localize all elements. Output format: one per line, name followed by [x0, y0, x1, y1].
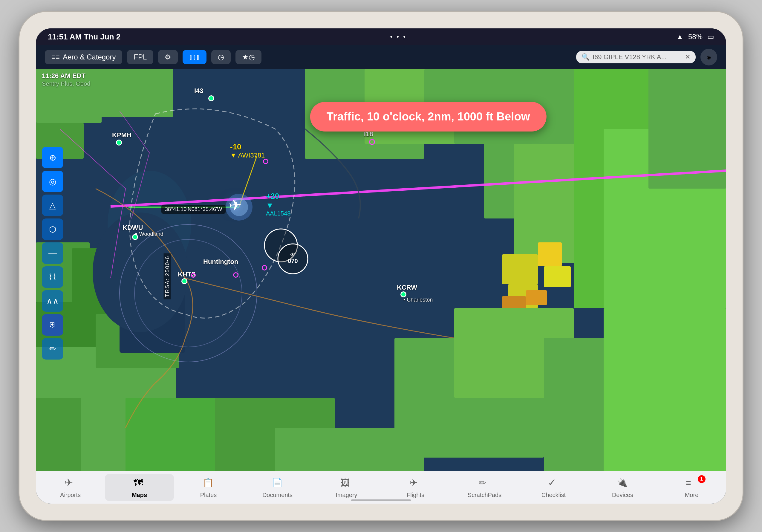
airports-icon: ✈ [64, 476, 77, 490]
shield-tool[interactable]: ⛨ [42, 314, 63, 336]
tab-scratchpads[interactable]: ✏ ScratchPads [450, 474, 519, 501]
search-text: I69 GIPLE V128 YRK A... [592, 53, 682, 61]
own-aircraft: ✈ [228, 195, 242, 215]
svg-text:✏: ✏ [479, 478, 486, 487]
divider-tool[interactable]: — [42, 242, 63, 264]
gps-ring-tool[interactable]: ◎ [42, 171, 63, 192]
svg-rect-23 [544, 266, 571, 287]
gps-ring-icon: ◎ [49, 177, 56, 187]
waypoint-circle-label: 👁 070 [275, 241, 311, 278]
pen-tool[interactable]: ✏ [42, 338, 63, 359]
airports-label: Airports [60, 492, 81, 498]
woodland-label: ● Woodland [134, 231, 164, 237]
svg-text:✓: ✓ [548, 477, 556, 487]
status-right: ▲ 58% ▭ [676, 33, 714, 41]
layers-icon: ≡≡ [51, 53, 60, 61]
svg-text:🔌: 🔌 [617, 478, 628, 487]
star-timer-button[interactable]: ★◷ [236, 50, 262, 64]
battery-percent: 58% [688, 33, 703, 41]
polygon-tool[interactable]: ⬡ [42, 218, 63, 240]
settings-icon: ⚙ [165, 53, 171, 61]
airport-dot-i43 [208, 95, 214, 101]
documents-label: Documents [263, 492, 292, 498]
terrain-tool[interactable]: ∧∧ [42, 290, 63, 312]
search-clear-icon[interactable]: ✕ [685, 53, 690, 61]
flights-icon: ✈ [410, 476, 421, 490]
altitude-icon: △ [49, 200, 56, 210]
svg-rect-31 [275, 428, 424, 471]
more-label: More [685, 492, 699, 498]
signal-icon: ▲ [676, 33, 683, 41]
airport-dot-kcrw [401, 291, 407, 297]
svg-text:≡: ≡ [686, 478, 691, 487]
layers-button[interactable]: ≡≡ Aero & Category [45, 50, 122, 64]
devices-icon: 🔌 [617, 476, 629, 490]
svg-text:📄: 📄 [271, 478, 283, 487]
layers-label: Aero & Category [63, 53, 115, 61]
ipad-frame: 11:51 AM Thu Jun 2 • • • ▲ 58% ▭ ≡≡ Aero… [20, 12, 742, 520]
imagery-icon: 🖼 [341, 476, 352, 490]
tab-documents[interactable]: 📄 Documents [243, 474, 312, 501]
traffic-alert-text: Traffic, 10 o'clock, 2nm, 1000 ft Below [327, 110, 530, 123]
polygon-icon: ⬡ [49, 224, 56, 234]
svg-text:✈: ✈ [410, 477, 418, 487]
coordinates-display: 38°41.10'N081°35.46'W [161, 205, 226, 214]
tab-bar: ✈ Airports 🗺 Maps 📋 Plates 📄 [36, 471, 726, 503]
airport-label-i43: I43 [194, 87, 203, 95]
profile-tool[interactable]: ⌇⌇ [42, 266, 63, 288]
airport-label-kdwu: KDWU [122, 224, 143, 232]
plates-icon: 📋 [202, 476, 214, 490]
status-time: 11:51 AM Thu Jun 2 [48, 32, 120, 41]
tab-plates[interactable]: 📋 Plates [174, 474, 243, 501]
airport-label-kpmh: KPMH [112, 131, 131, 139]
compass-button[interactable]: ◉ [701, 49, 717, 65]
tab-checklist[interactable]: ✓ Checklist [519, 474, 588, 501]
svg-rect-29 [604, 308, 726, 471]
airport-dot-khts [182, 278, 188, 284]
shield-icon: ⛨ [49, 321, 56, 329]
plates-label: Plates [200, 492, 217, 498]
svg-rect-20 [502, 254, 538, 284]
traffic-awi3781: -10 ▼ AWI3781 [230, 142, 265, 159]
compass-icon: ◉ [707, 54, 711, 60]
tab-maps[interactable]: 🗺 Maps [105, 474, 174, 501]
altitude-tool[interactable]: △ [42, 194, 63, 216]
more-badge: 1 [698, 475, 706, 483]
left-sidebar: ⊕ ◎ △ ⬡ — ⌇⌇ ∧∧ [42, 147, 63, 359]
svg-rect-21 [538, 242, 562, 266]
scratchpads-label: ScratchPads [468, 492, 501, 498]
maps-label: Maps [132, 492, 147, 498]
fpl-label: FPL [133, 53, 147, 61]
profile-icon: ⌇⌇ [48, 272, 57, 282]
settings-button[interactable]: ⚙ [158, 50, 178, 64]
imagery-label: Imagery [336, 492, 357, 498]
map-area[interactable]: 11:26 AM EDT Sentry Plus, Good I43 KPMH … [36, 69, 726, 471]
tab-devices[interactable]: 🔌 Devices [588, 474, 657, 501]
status-dots: • • • [390, 33, 407, 40]
battery-icon: ▭ [707, 33, 714, 41]
traffic-alert-bubble: Traffic, 10 o'clock, 2nm, 1000 ft Below [310, 102, 547, 131]
filter-icon: ⫿⫿⫿ [189, 53, 200, 61]
airport-label-kcrw: KCRW [397, 284, 417, 291]
airport-dot-kpmh [116, 140, 122, 146]
gps-track-tool[interactable]: ⊕ [42, 147, 63, 168]
search-bar[interactable]: 🔍 I69 GIPLE V128 YRK A... ✕ [576, 51, 696, 63]
svg-text:🖼: 🖼 [341, 478, 349, 487]
svg-text:📋: 📋 [202, 478, 214, 487]
fpl-button[interactable]: FPL [127, 50, 153, 64]
timer-button[interactable]: ◷ [211, 50, 231, 64]
tab-imagery[interactable]: 🖼 Imagery [312, 474, 381, 501]
tab-flights[interactable]: ✈ Flights [381, 474, 450, 501]
terrain-icon: ∧∧ [46, 296, 59, 306]
filter-button[interactable]: ⫿⫿⫿ [183, 50, 206, 64]
ipad-screen: 11:51 AM Thu Jun 2 • • • ▲ 58% ▭ ≡≡ Aero… [36, 29, 726, 503]
svg-rect-6 [84, 69, 173, 117]
toolbar: ≡≡ Aero & Category FPL ⚙ ⫿⫿⫿ ◷ ★◷ 🔍 I69 … [36, 45, 726, 69]
charleston-label: • Charleston [404, 297, 433, 303]
search-icon: 🔍 [581, 53, 589, 61]
checklist-icon: ✓ [548, 476, 560, 490]
star-timer-icon: ★◷ [242, 53, 255, 61]
timer-icon: ◷ [218, 53, 224, 61]
tab-more[interactable]: ≡ More 1 [657, 474, 726, 501]
tab-airports[interactable]: ✈ Airports [36, 474, 105, 501]
